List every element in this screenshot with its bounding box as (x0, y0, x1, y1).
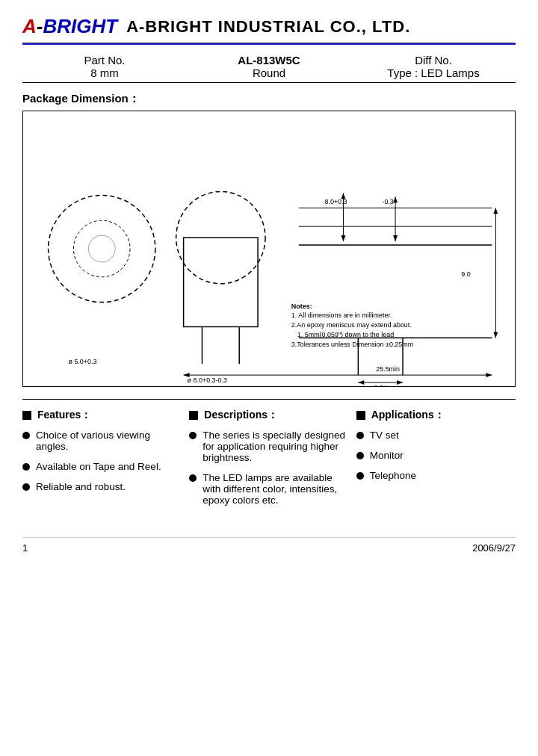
feature-text-2: Available on Tape and Reel. (36, 461, 161, 472)
svg-text:25.5min: 25.5min (376, 365, 400, 373)
part-info-grid: Part No. AL-813W5C Diff No. 8 mm Round T… (22, 54, 516, 79)
features-square-bullet (22, 411, 31, 420)
app-square-bullet (356, 411, 365, 420)
svg-marker-32 (397, 380, 403, 385)
feature-item-1: Choice of various viewing angles. (22, 430, 182, 452)
app-item-1: TV set (356, 430, 516, 441)
app-item-3: Telephone (356, 470, 516, 481)
svg-marker-18 (393, 196, 398, 202)
svg-text:3.Tolerances unless Dimension : 3.Tolerances unless Dimension ±0.25mm (291, 341, 413, 348)
shape-value: Round (187, 66, 351, 79)
svg-text:8.0+0.3: 8.0+0.3 (324, 198, 347, 205)
svg-marker-14 (486, 373, 492, 377)
svg-text:-0.3: -0.3 (382, 198, 393, 205)
svg-rect-4 (184, 238, 258, 326)
part-number-value: AL-813W5C (187, 54, 351, 66)
page-number: 1 (22, 542, 28, 554)
svg-point-1 (73, 220, 130, 277)
package-dimension-label: Package Dimension： (22, 92, 516, 106)
svg-marker-31 (358, 380, 364, 385)
bullet-circle-3 (22, 483, 30, 491)
svg-text:2.54: 2.54 (374, 384, 386, 386)
svg-text:1. 5mm(0.059") down to the lea: 1. 5mm(0.059") down to the lead (297, 331, 394, 338)
svg-text:2.An epoxy meniscus may extend: 2.An epoxy meniscus may extend about. (291, 321, 412, 329)
page-footer: 1 2006/9/27 (22, 537, 516, 554)
bullet-circle-2 (22, 463, 30, 471)
svg-point-2 (88, 235, 115, 262)
feature-item-3: Reliable and robust. (22, 481, 182, 492)
feature-text-1: Choice of various viewing angles. (36, 430, 182, 452)
page-header: A-BRIGHT A-BRIGHT INDUSTRIAL CO., LTD. (22, 15, 516, 45)
svg-point-0 (49, 195, 155, 302)
feature-item-2: Available on Tape and Reel. (22, 461, 182, 472)
svg-text:Notes:: Notes: (291, 303, 312, 310)
logo-a: A (22, 15, 37, 37)
svg-text:ø 5.0+0.3: ø 5.0+0.3 (68, 358, 96, 365)
svg-text:1. All dimensions are in milli: 1. All dimensions are in millimeter. (291, 312, 392, 319)
app-bullet-2 (356, 452, 364, 459)
app-text-2: Monitor (370, 450, 404, 461)
features-grid: Features： Choice of various viewing angl… (22, 409, 516, 515)
features-header: Features： (22, 409, 182, 422)
bullet-circle-1 (22, 432, 30, 439)
svg-text:9.0: 9.0 (461, 270, 470, 278)
applications-header-text: Applications： (371, 409, 445, 422)
features-column: Features： Choice of various viewing angl… (22, 409, 182, 515)
part-number-label: Part No. (22, 54, 187, 66)
part-divider (22, 82, 516, 83)
svg-marker-19 (393, 235, 398, 241)
svg-marker-11 (341, 235, 345, 241)
app-bullet-1 (356, 432, 364, 439)
app-item-2: Monitor (356, 450, 516, 461)
descriptions-column: Descriptions： The series is specially de… (189, 409, 348, 515)
svg-text:ø 8.0+0.3-0.3: ø 8.0+0.3-0.3 (188, 377, 227, 384)
type-value: Type : LED Lamps (351, 66, 516, 79)
footer-date: 2006/9/27 (472, 542, 516, 554)
desc-item-2: The LED lamps are available with differe… (189, 472, 348, 506)
desc-item-1: The series is specially designed for app… (189, 430, 348, 463)
diff-number-label: Diff No. (351, 54, 516, 66)
size-value: 8 mm (22, 66, 187, 79)
app-text-3: Telephone (370, 470, 416, 481)
desc-text-1: The series is specially designed for app… (202, 430, 348, 463)
desc-bullet-1 (189, 432, 197, 439)
diagram-svg: 8.0+0.3 -0.3 9.0 25.5min 2.54 2.54 Notes… (23, 111, 515, 386)
package-diagram: 8.0+0.3 -0.3 9.0 25.5min 2.54 2.54 Notes… (22, 111, 516, 387)
applications-header: Applications： (356, 409, 516, 422)
company-name: A-BRIGHT INDUSTRIAL CO., LTD. (126, 17, 410, 37)
desc-bullet-2 (189, 474, 197, 482)
features-divider (22, 399, 516, 400)
desc-square-bullet (189, 411, 198, 420)
feature-text-3: Reliable and robust. (36, 481, 126, 492)
app-bullet-3 (356, 472, 364, 480)
applications-column: Applications： TV set Monitor Telephone (356, 409, 516, 515)
company-logo: A-BRIGHT (22, 15, 117, 38)
descriptions-header: Descriptions： (189, 409, 348, 422)
features-header-text: Features： (37, 409, 91, 422)
descriptions-header-text: Descriptions： (204, 409, 278, 422)
desc-text-2: The LED lamps are available with differe… (202, 472, 348, 506)
logo-bright: BRIGHT (43, 15, 117, 37)
app-text-1: TV set (370, 430, 399, 441)
svg-marker-22 (493, 332, 498, 338)
svg-marker-21 (493, 208, 498, 214)
